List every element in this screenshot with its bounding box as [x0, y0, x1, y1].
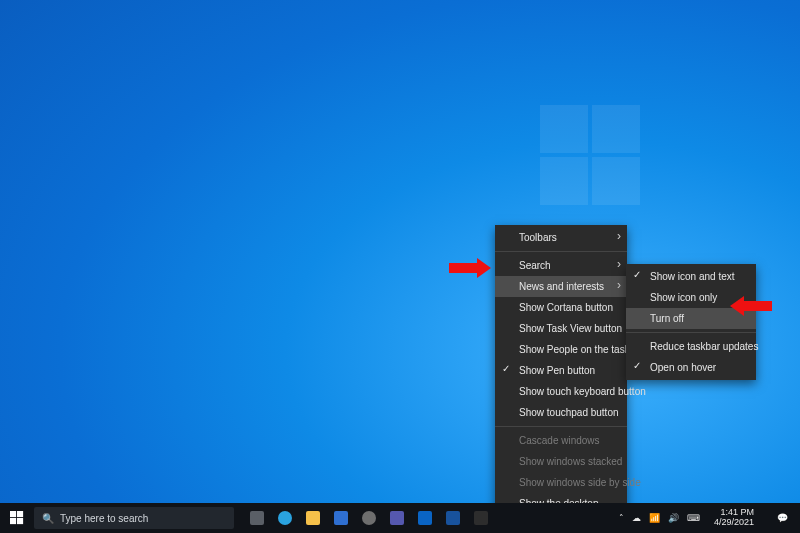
svg-rect-0 [10, 511, 16, 517]
menu-news-and-interests[interactable]: News and interests [495, 276, 627, 297]
tray-chevron-up-icon[interactable]: ˄ [619, 513, 624, 523]
tray-onedrive-icon[interactable]: ☁ [632, 513, 641, 523]
svg-rect-1 [17, 511, 23, 517]
store-icon[interactable] [328, 503, 354, 533]
submenu-open-on-hover[interactable]: Open on hover [626, 357, 756, 378]
search-icon: 🔍 [42, 513, 54, 524]
task-view-icon[interactable] [244, 503, 270, 533]
taskbar: 🔍 Type here to search ˄ ☁ 📶 🔊 ⌨ 1:41 PM … [0, 503, 800, 533]
menu-show-pen[interactable]: Show Pen button [495, 360, 627, 381]
clock-date: 4/29/2021 [714, 518, 754, 528]
svg-rect-3 [17, 518, 23, 524]
explorer-icon[interactable] [300, 503, 326, 533]
start-button[interactable] [0, 503, 34, 533]
submenu-reduce-updates[interactable]: Reduce taskbar updates [626, 336, 756, 357]
windows-icon [10, 511, 24, 525]
menu-cascade: Cascade windows [495, 430, 627, 451]
action-center-icon[interactable]: 💬 [768, 503, 796, 533]
search-placeholder: Type here to search [60, 513, 148, 524]
menu-toolbars[interactable]: Toolbars [495, 227, 627, 248]
annotation-arrow-right [730, 296, 772, 316]
teams-icon[interactable] [384, 503, 410, 533]
taskbar-pinned-apps [244, 503, 494, 533]
menu-search[interactable]: Search [495, 255, 627, 276]
tray-language-icon[interactable]: ⌨ [687, 513, 700, 523]
menu-show-task-view[interactable]: Show Task View button [495, 318, 627, 339]
taskbar-context-menu: Toolbars Search News and interests Show … [495, 225, 627, 533]
mail-icon[interactable] [412, 503, 438, 533]
edge-icon[interactable] [272, 503, 298, 533]
news-interests-submenu: Show icon and text Show icon only Turn o… [626, 264, 756, 380]
menu-show-cortana[interactable]: Show Cortana button [495, 297, 627, 318]
submenu-show-icon-text[interactable]: Show icon and text [626, 266, 756, 287]
menu-side-by-side: Show windows side by side [495, 472, 627, 493]
menu-stacked: Show windows stacked [495, 451, 627, 472]
settings-icon[interactable] [356, 503, 382, 533]
menu-show-touchpad[interactable]: Show touchpad button [495, 402, 627, 423]
menu-separator [495, 251, 627, 252]
menu-show-people[interactable]: Show People on the taskbar [495, 339, 627, 360]
svg-rect-2 [10, 518, 16, 524]
system-tray: ˄ ☁ 📶 🔊 ⌨ 1:41 PM 4/29/2021 💬 [615, 503, 800, 533]
tray-volume-icon[interactable]: 🔊 [668, 513, 679, 523]
tray-network-icon[interactable]: 📶 [649, 513, 660, 523]
search-box[interactable]: 🔍 Type here to search [34, 507, 234, 529]
menu-separator [495, 426, 627, 427]
annotation-arrow-left [449, 258, 491, 278]
menu-separator [626, 332, 756, 333]
terminal-icon[interactable] [468, 503, 494, 533]
menu-show-touch-keyboard[interactable]: Show touch keyboard button [495, 381, 627, 402]
taskbar-clock[interactable]: 1:41 PM 4/29/2021 [708, 508, 760, 528]
word-icon[interactable] [440, 503, 466, 533]
